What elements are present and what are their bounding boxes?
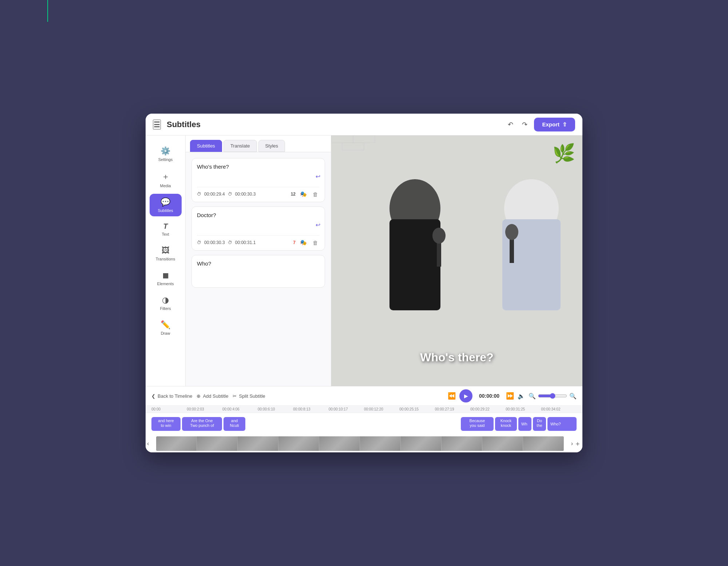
export-button[interactable]: Export ⇧ (534, 118, 575, 131)
filmstrip-frame-1 (156, 436, 197, 451)
edit-style-btn-1[interactable]: 🎭 (298, 190, 308, 198)
time-display: 00:00:00 (476, 393, 502, 399)
play-button[interactable]: ▶ (459, 389, 472, 402)
ruler-mark-9: 00:00:29:22 (470, 407, 506, 411)
edit-style-btn-2[interactable]: 🎭 (298, 239, 308, 247)
zoom-out-button[interactable]: 🔍 (529, 393, 536, 400)
subtitle-clip-1[interactable]: and here to win (151, 417, 181, 431)
clip-label-6b: knock (501, 423, 511, 428)
sidebar-label-settings: Settings (158, 157, 173, 162)
sidebar-item-draw[interactable]: ✏️ Draw (150, 317, 182, 339)
tab-translate[interactable]: Translate (223, 140, 257, 152)
filmstrip-prev-btn[interactable]: ‹ (147, 440, 149, 447)
clip-label-3a: and (231, 418, 238, 423)
clip-label-1: and here (158, 418, 174, 423)
subtitle-card-1[interactable]: Who's there? ↩ ⏱ 00:00:29.4 ⏱ 00:00:30.3… (191, 158, 325, 202)
subtitles-icon: 💬 (161, 197, 170, 207)
clip-label-5b: you said (470, 423, 485, 428)
filmstrip-frame-8 (442, 436, 482, 451)
volume-button[interactable]: 🔈 (518, 393, 525, 400)
sidebar-item-transitions[interactable]: 🖼 Transitions (150, 242, 182, 265)
filmstrip-frame-7 (401, 436, 442, 451)
zoom-slider[interactable] (538, 393, 567, 399)
sidebar-item-media[interactable]: ＋ Media (150, 168, 182, 192)
add-subtitle-plus-icon: ⊕ (197, 393, 201, 399)
sidebar-label-elements: Elements (157, 282, 174, 286)
char-count-2: 7 (293, 240, 296, 245)
panel-tabs: Subtitles Translate Styles (186, 135, 331, 152)
delete-btn-1[interactable]: 🗑 (311, 190, 320, 198)
app-window: ☰ Subtitles ↶ ↷ Export ⇧ ⚙️ Settings ＋ M… (146, 114, 582, 452)
svg-point-11 (505, 224, 518, 240)
subtitle-clip-8[interactable]: Do the (533, 417, 546, 431)
clip-label-8b: the (537, 423, 542, 428)
filmstrip-row: ‹ › ＋ (146, 435, 582, 452)
add-subtitle-label: Add Subtitle (203, 393, 228, 399)
subtitle-card-2[interactable]: Doctor? ↩ ⏱ 00:00:30.3 ⏱ 00:00:31.1 7 🎭 … (191, 207, 325, 251)
ruler-mark-2: 00:00:4:06 (222, 407, 258, 411)
subtitle-clip-6[interactable]: Knock knock (495, 417, 517, 431)
sidebar-label-transitions: Transitions (156, 257, 175, 261)
tab-subtitles[interactable]: Subtitles (190, 140, 222, 152)
add-track-button[interactable]: ＋ (574, 439, 581, 448)
panel-scroll: Who's there? ↩ ⏱ 00:00:29.4 ⏱ 00:00:30.3… (186, 152, 331, 386)
elements-icon: ◼ (162, 271, 169, 280)
sidebar-item-settings[interactable]: ⚙️ Settings (150, 143, 182, 165)
main-content: ⚙️ Settings ＋ Media 💬 Subtitles T Text 🖼… (146, 135, 582, 386)
sidebar-label-draw: Draw (161, 331, 170, 335)
redo-button[interactable]: ↷ (520, 118, 530, 131)
filmstrip-inner (156, 436, 563, 451)
fast-forward-button[interactable]: ⏩ (506, 392, 514, 400)
clip-label-6a: Knock (500, 418, 512, 423)
panel: Subtitles Translate Styles Who's there? … (186, 135, 331, 386)
sidebar-item-text[interactable]: T Text (150, 219, 182, 240)
delete-btn-2[interactable]: 🗑 (311, 239, 320, 247)
ruler-mark-0: 00:00 (151, 407, 187, 411)
subtitle-clip-2[interactable]: Are the One Two punch of (182, 417, 222, 431)
clip-label-1b: to win (161, 423, 171, 428)
ruler-mark-10: 00:00:31:25 (506, 407, 541, 411)
tab-styles[interactable]: Styles (258, 140, 285, 152)
clip-label-2b: Two punch of (190, 423, 214, 428)
ruler-mark-1: 00:00:2:03 (187, 407, 222, 411)
text-icon: T (163, 222, 167, 231)
clip-label-2a: Are the One (191, 418, 213, 423)
video-area: 🌿 Who's there? (331, 135, 582, 386)
sidebar-item-filters[interactable]: ◑ Filters (150, 292, 182, 314)
back-chevron-icon: ❮ (151, 393, 155, 399)
top-bar-right: ↶ ↷ Export ⇧ (506, 118, 575, 131)
split-icon: ✂ (233, 393, 237, 399)
ruler-mark-8: 00:00:27:19 (435, 407, 470, 411)
zoom-in-button[interactable]: 🔍 (569, 393, 577, 400)
end-time-1: 00:00:30.3 (235, 192, 256, 197)
ruler-mark-11: 00:00:34:02 (541, 407, 577, 411)
zoom-controls: 🔍 🔍 (529, 393, 577, 400)
timeline-controls: ❮ Back to Timeline ⊕ Add Subtitle ✂ Spli… (146, 386, 582, 406)
export-icon: ⇧ (562, 121, 567, 128)
subtitle-track: and here to win Are the One Two punch of… (151, 416, 577, 432)
sidebar-item-elements[interactable]: ◼ Elements (150, 267, 182, 290)
page-title: Subtitles (167, 120, 201, 129)
sidebar: ⚙️ Settings ＋ Media 💬 Subtitles T Text 🖼… (146, 135, 186, 386)
menu-button[interactable]: ☰ (153, 119, 161, 130)
subtitle-clip-9[interactable]: Who? (547, 417, 577, 431)
clip-label-8a: Do (537, 418, 542, 423)
ruler-mark-6: 00:00:12:20 (364, 407, 399, 411)
timeline-tracks: and here to win Are the One Two punch of… (146, 413, 582, 435)
char-count-1: 12 (291, 192, 296, 197)
split-subtitle-label: Split Subtitle (239, 393, 265, 399)
filmstrip-next-btn[interactable]: › (571, 440, 573, 447)
reply-icon-2: ↩ (316, 221, 320, 228)
rewind-button[interactable]: ⏪ (448, 392, 456, 400)
sidebar-item-subtitles[interactable]: 💬 Subtitles (150, 194, 182, 216)
clip-label-3b: Ncuti (230, 423, 239, 428)
undo-button[interactable]: ↶ (506, 118, 515, 131)
add-subtitle-btn[interactable]: ⊕ Add Subtitle (197, 393, 228, 399)
back-to-timeline-btn[interactable]: ❮ Back to Timeline (151, 393, 192, 399)
split-subtitle-btn[interactable]: ✂ Split Subtitle (233, 393, 265, 399)
subtitle-clip-7[interactable]: Wh (518, 417, 531, 431)
top-bar-left: ☰ Subtitles (153, 119, 201, 130)
subtitle-card-3[interactable]: Who? (191, 255, 325, 288)
subtitle-clip-3[interactable]: and Ncuti (223, 417, 245, 431)
subtitle-clip-5[interactable]: Because you said (461, 417, 494, 431)
